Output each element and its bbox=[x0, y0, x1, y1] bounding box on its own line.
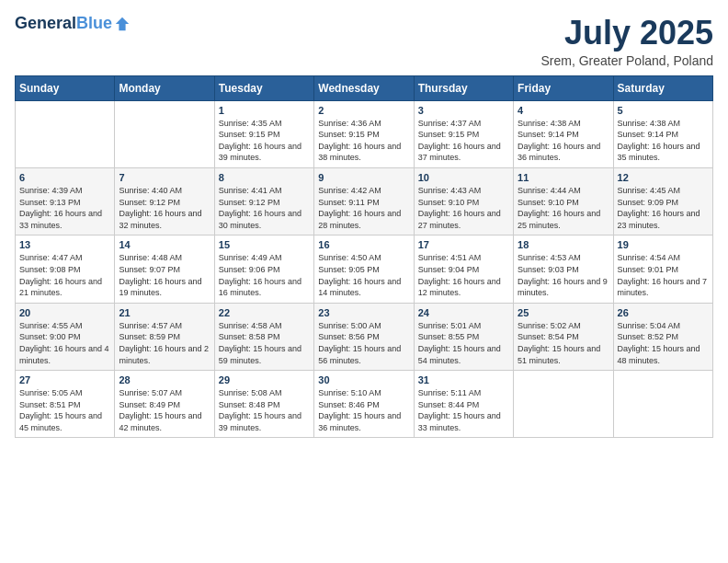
day-info: Sunrise: 4:47 AM Sunset: 9:08 PM Dayligh… bbox=[19, 252, 110, 298]
calendar-cell: 13Sunrise: 4:47 AM Sunset: 9:08 PM Dayli… bbox=[16, 236, 115, 303]
calendar-cell: 18Sunrise: 4:53 AM Sunset: 9:03 PM Dayli… bbox=[514, 236, 613, 303]
calendar-cell: 28Sunrise: 5:07 AM Sunset: 8:49 PM Dayli… bbox=[115, 371, 214, 438]
calendar-cell: 31Sunrise: 5:11 AM Sunset: 8:44 PM Dayli… bbox=[414, 371, 513, 438]
day-info: Sunrise: 5:02 AM Sunset: 8:54 PM Dayligh… bbox=[518, 320, 609, 366]
day-number: 1 bbox=[219, 105, 310, 116]
calendar-cell: 24Sunrise: 5:01 AM Sunset: 8:55 PM Dayli… bbox=[414, 303, 513, 370]
calendar-cell: 29Sunrise: 5:08 AM Sunset: 8:48 PM Dayli… bbox=[214, 371, 313, 438]
day-info: Sunrise: 5:00 AM Sunset: 8:56 PM Dayligh… bbox=[318, 320, 409, 366]
day-number: 9 bbox=[318, 172, 409, 183]
day-number: 3 bbox=[418, 105, 509, 116]
day-number: 12 bbox=[618, 172, 709, 183]
day-info: Sunrise: 4:51 AM Sunset: 9:04 PM Dayligh… bbox=[418, 252, 509, 298]
day-info: Sunrise: 4:48 AM Sunset: 9:07 PM Dayligh… bbox=[119, 252, 210, 298]
day-info: Sunrise: 4:55 AM Sunset: 9:00 PM Dayligh… bbox=[19, 320, 110, 366]
day-number: 19 bbox=[618, 239, 709, 250]
day-info: Sunrise: 4:38 AM Sunset: 9:14 PM Dayligh… bbox=[618, 118, 709, 164]
day-info: Sunrise: 4:39 AM Sunset: 9:13 PM Dayligh… bbox=[19, 185, 110, 231]
calendar-cell bbox=[115, 100, 214, 167]
day-info: Sunrise: 4:58 AM Sunset: 8:58 PM Dayligh… bbox=[219, 320, 310, 366]
calendar-header-wednesday: Wednesday bbox=[314, 75, 414, 100]
calendar-header-row: SundayMondayTuesdayWednesdayThursdayFrid… bbox=[16, 75, 713, 100]
day-number: 22 bbox=[219, 307, 310, 318]
calendar-cell: 30Sunrise: 5:10 AM Sunset: 8:46 PM Dayli… bbox=[314, 371, 414, 438]
calendar-week-row: 1Sunrise: 4:35 AM Sunset: 9:15 PM Daylig… bbox=[16, 100, 713, 167]
calendar-cell: 15Sunrise: 4:49 AM Sunset: 9:06 PM Dayli… bbox=[214, 236, 313, 303]
day-info: Sunrise: 5:04 AM Sunset: 8:52 PM Dayligh… bbox=[618, 320, 709, 366]
calendar-cell: 27Sunrise: 5:05 AM Sunset: 8:51 PM Dayli… bbox=[16, 371, 115, 438]
calendar-cell: 6Sunrise: 4:39 AM Sunset: 9:13 PM Daylig… bbox=[16, 167, 115, 235]
day-number: 6 bbox=[19, 172, 110, 183]
calendar-cell: 12Sunrise: 4:45 AM Sunset: 9:09 PM Dayli… bbox=[613, 167, 712, 235]
calendar-week-row: 20Sunrise: 4:55 AM Sunset: 9:00 PM Dayli… bbox=[16, 303, 713, 370]
day-number: 23 bbox=[318, 307, 409, 318]
calendar-cell: 3Sunrise: 4:37 AM Sunset: 9:15 PM Daylig… bbox=[414, 100, 513, 167]
title-section: July 2025 Srem, Greater Poland, Poland bbox=[540, 15, 713, 68]
day-number: 10 bbox=[418, 172, 509, 183]
day-number: 7 bbox=[119, 172, 210, 183]
day-info: Sunrise: 4:43 AM Sunset: 9:10 PM Dayligh… bbox=[418, 185, 509, 231]
day-info: Sunrise: 4:38 AM Sunset: 9:14 PM Dayligh… bbox=[518, 118, 609, 164]
day-number: 18 bbox=[518, 239, 609, 250]
day-number: 17 bbox=[418, 239, 509, 250]
day-info: Sunrise: 4:40 AM Sunset: 9:12 PM Dayligh… bbox=[119, 185, 210, 231]
calendar-week-row: 6Sunrise: 4:39 AM Sunset: 9:13 PM Daylig… bbox=[16, 167, 713, 235]
day-info: Sunrise: 4:41 AM Sunset: 9:12 PM Dayligh… bbox=[219, 185, 310, 231]
day-info: Sunrise: 4:49 AM Sunset: 9:06 PM Dayligh… bbox=[219, 252, 310, 298]
day-info: Sunrise: 4:50 AM Sunset: 9:05 PM Dayligh… bbox=[318, 252, 409, 298]
calendar-cell: 1Sunrise: 4:35 AM Sunset: 9:15 PM Daylig… bbox=[214, 100, 313, 167]
calendar-header-monday: Monday bbox=[115, 75, 214, 100]
location-subtitle: Srem, Greater Poland, Poland bbox=[540, 53, 713, 68]
calendar-cell: 8Sunrise: 4:41 AM Sunset: 9:12 PM Daylig… bbox=[214, 167, 313, 235]
calendar-week-row: 13Sunrise: 4:47 AM Sunset: 9:08 PM Dayli… bbox=[16, 236, 713, 303]
calendar-cell bbox=[514, 371, 613, 438]
calendar-header-tuesday: Tuesday bbox=[214, 75, 313, 100]
day-number: 24 bbox=[418, 307, 509, 318]
calendar-cell: 4Sunrise: 4:38 AM Sunset: 9:14 PM Daylig… bbox=[514, 100, 613, 167]
day-info: Sunrise: 4:37 AM Sunset: 9:15 PM Dayligh… bbox=[418, 118, 509, 164]
calendar-cell: 22Sunrise: 4:58 AM Sunset: 8:58 PM Dayli… bbox=[214, 303, 313, 370]
calendar-cell: 7Sunrise: 4:40 AM Sunset: 9:12 PM Daylig… bbox=[115, 167, 214, 235]
month-year-title: July 2025 bbox=[540, 15, 713, 52]
day-info: Sunrise: 4:54 AM Sunset: 9:01 PM Dayligh… bbox=[618, 252, 709, 298]
calendar-cell: 20Sunrise: 4:55 AM Sunset: 9:00 PM Dayli… bbox=[16, 303, 115, 370]
day-number: 8 bbox=[219, 172, 310, 183]
calendar-cell: 17Sunrise: 4:51 AM Sunset: 9:04 PM Dayli… bbox=[414, 236, 513, 303]
calendar-cell: 9Sunrise: 4:42 AM Sunset: 9:11 PM Daylig… bbox=[314, 167, 414, 235]
day-number: 30 bbox=[318, 374, 409, 385]
logo: GeneralBlue bbox=[15, 15, 131, 33]
logo-text: GeneralBlue bbox=[15, 15, 112, 33]
day-number: 28 bbox=[119, 374, 210, 385]
day-info: Sunrise: 5:08 AM Sunset: 8:48 PM Dayligh… bbox=[219, 387, 310, 433]
calendar-header-friday: Friday bbox=[514, 75, 613, 100]
day-info: Sunrise: 5:10 AM Sunset: 8:46 PM Dayligh… bbox=[318, 387, 409, 433]
calendar-cell: 25Sunrise: 5:02 AM Sunset: 8:54 PM Dayli… bbox=[514, 303, 613, 370]
day-number: 2 bbox=[318, 105, 409, 116]
day-number: 13 bbox=[19, 239, 110, 250]
day-number: 11 bbox=[518, 172, 609, 183]
day-number: 21 bbox=[119, 307, 210, 318]
calendar-header-sunday: Sunday bbox=[16, 75, 115, 100]
calendar-table: SundayMondayTuesdayWednesdayThursdayFrid… bbox=[15, 75, 713, 439]
day-number: 25 bbox=[518, 307, 609, 318]
day-number: 4 bbox=[518, 105, 609, 116]
day-info: Sunrise: 5:11 AM Sunset: 8:44 PM Dayligh… bbox=[418, 387, 509, 433]
svg-marker-0 bbox=[116, 17, 129, 30]
day-info: Sunrise: 5:07 AM Sunset: 8:49 PM Dayligh… bbox=[119, 387, 210, 433]
calendar-cell: 26Sunrise: 5:04 AM Sunset: 8:52 PM Dayli… bbox=[613, 303, 712, 370]
calendar-cell: 10Sunrise: 4:43 AM Sunset: 9:10 PM Dayli… bbox=[414, 167, 513, 235]
calendar-header-saturday: Saturday bbox=[613, 75, 712, 100]
calendar-week-row: 27Sunrise: 5:05 AM Sunset: 8:51 PM Dayli… bbox=[16, 371, 713, 438]
calendar-cell: 11Sunrise: 4:44 AM Sunset: 9:10 PM Dayli… bbox=[514, 167, 613, 235]
day-info: Sunrise: 5:05 AM Sunset: 8:51 PM Dayligh… bbox=[19, 387, 110, 433]
day-info: Sunrise: 4:35 AM Sunset: 9:15 PM Dayligh… bbox=[219, 118, 310, 164]
calendar-cell: 16Sunrise: 4:50 AM Sunset: 9:05 PM Dayli… bbox=[314, 236, 414, 303]
day-number: 16 bbox=[318, 239, 409, 250]
day-info: Sunrise: 5:01 AM Sunset: 8:55 PM Dayligh… bbox=[418, 320, 509, 366]
day-number: 20 bbox=[19, 307, 110, 318]
logo-icon bbox=[114, 16, 131, 32]
day-info: Sunrise: 4:57 AM Sunset: 8:59 PM Dayligh… bbox=[119, 320, 210, 366]
day-info: Sunrise: 4:44 AM Sunset: 9:10 PM Dayligh… bbox=[518, 185, 609, 231]
day-info: Sunrise: 4:36 AM Sunset: 9:15 PM Dayligh… bbox=[318, 118, 409, 164]
day-number: 15 bbox=[219, 239, 310, 250]
